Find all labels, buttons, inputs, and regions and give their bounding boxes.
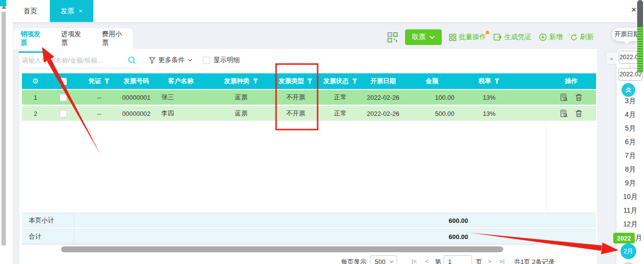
more-conditions-button[interactable]: 更多条件 — [149, 56, 193, 65]
col-header-tax[interactable]: 税率 — [459, 73, 519, 89]
search-icon[interactable] — [128, 56, 136, 65]
filter-icon[interactable] — [352, 78, 358, 84]
month-item-6月[interactable]: 6月 — [617, 138, 644, 147]
tab-close-icon[interactable]: × — [79, 7, 83, 15]
year-badge: 2022 — [613, 233, 635, 243]
cell-kind: 蓝票 — [210, 90, 272, 105]
per-page-value: 500 — [370, 258, 386, 264]
search-input[interactable] — [22, 54, 124, 66]
filter-icon[interactable] — [307, 78, 313, 84]
select-all-checkbox[interactable] — [60, 78, 67, 85]
gear-icon[interactable]: ⚙ — [32, 77, 39, 86]
col-header-ops: 操作 — [546, 73, 596, 89]
table-bottom-border — [22, 244, 596, 244]
month-item-9月[interactable]: 9月 — [617, 179, 644, 188]
page-number-input[interactable] — [444, 258, 464, 264]
col-header-date: 开票日期 — [362, 73, 405, 89]
col-header-status[interactable]: 发票状态 — [319, 73, 362, 89]
row-checkbox[interactable] — [60, 110, 67, 117]
month-item-8月[interactable]: 8月 — [617, 165, 644, 174]
show-detail-label: 显示明细 — [214, 56, 240, 65]
cell-check[interactable] — [49, 90, 77, 105]
qr-scan-icon[interactable] — [387, 32, 398, 43]
cell-kind: 蓝票 — [210, 106, 272, 121]
next-page-button[interactable]: > — [488, 258, 492, 264]
left-scrollbar[interactable] — [1, 12, 6, 245]
month-item-10月[interactable]: 10月 — [617, 193, 644, 201]
show-detail-toggle[interactable]: 显示明细 — [203, 56, 240, 65]
cell-ops[interactable] — [546, 90, 596, 105]
show-detail-checkbox[interactable] — [203, 57, 210, 64]
first-page-button[interactable]: |< — [411, 258, 417, 264]
tab-home[interactable]: 首页 — [13, 0, 48, 22]
refresh-button[interactable]: 刷新 — [570, 33, 594, 42]
prev-page-button[interactable]: < — [425, 258, 429, 264]
funnel-icon — [149, 57, 155, 64]
subtab-2[interactable]: 费用小票 — [100, 24, 128, 53]
subtab-0[interactable]: 销项发票 — [19, 24, 46, 53]
col-header-rownum[interactable]: ⚙ — [22, 73, 49, 89]
subtab-1[interactable]: 进项发票 — [59, 24, 87, 53]
total-records-label: 共1页 2条记录 — [514, 258, 555, 264]
cell-ops[interactable] — [546, 106, 596, 121]
grid-icon — [449, 34, 456, 41]
table-row[interactable]: 1--00000001张三蓝票不开票正常2022-02-26100.0013% — [22, 90, 596, 105]
tab-invoice[interactable]: 发票 × — [50, 0, 93, 22]
month-item-5月[interactable]: 5月 — [617, 124, 644, 133]
per-page-select[interactable]: 500 — [370, 255, 397, 264]
filter-icon[interactable] — [494, 78, 500, 84]
plus-circle-icon — [539, 33, 547, 41]
month-item-7月[interactable]: 7月 — [617, 152, 644, 160]
tab-home-label: 首页 — [23, 7, 37, 16]
col-header-label: 发票种类 — [224, 77, 250, 86]
chevron-down-icon — [429, 36, 435, 39]
batch-actions-button[interactable]: 批量操作 — [449, 33, 486, 42]
double-chevron-up-icon — [625, 87, 632, 93]
delete-icon[interactable] — [575, 110, 582, 117]
generate-voucher-button[interactable]: 生成凭证 — [494, 33, 532, 42]
collapse-panel-button[interactable]: » — [606, 52, 617, 65]
scroll-up-arrow-icon[interactable] — [1, 5, 6, 9]
month-item-12月[interactable]: 12月 — [617, 220, 644, 229]
cell-check[interactable] — [49, 106, 77, 121]
month-item-4月[interactable]: 4月 — [617, 110, 644, 119]
page-prefix-label: 第 — [435, 258, 441, 264]
filter-icon[interactable] — [253, 78, 258, 84]
month-item-11月[interactable]: 11月 — [617, 206, 644, 215]
vertical-scrollbar-progress[interactable] — [637, 26, 643, 72]
fetch-invoice-button[interactable]: 取票 — [405, 29, 442, 45]
table-row[interactable]: 2--00000002李四蓝票不开票正常2022-02-26500.0013% — [22, 106, 596, 121]
filter-icon[interactable] — [104, 78, 110, 84]
add-button[interactable]: 新增 — [539, 33, 563, 42]
delete-icon[interactable] — [575, 93, 582, 101]
month-item-3月[interactable]: 3月 — [617, 97, 644, 106]
col-header-type[interactable]: 发票类型 — [272, 73, 319, 89]
chevron-down-icon — [188, 59, 193, 62]
cell-spacer — [519, 106, 546, 121]
cell-status: 正常 — [319, 106, 362, 121]
view-detail-icon[interactable] — [560, 93, 568, 102]
row-checkbox[interactable] — [60, 94, 67, 101]
date-range-connector — [630, 64, 630, 68]
col-header-amount: 金额 — [405, 73, 459, 89]
cell-invoice_no: 00000001 — [121, 90, 151, 105]
view-detail-icon[interactable] — [560, 110, 568, 118]
tab-invoice-label: 发票 — [61, 7, 74, 16]
col-header-label: 客户名称 — [168, 77, 193, 86]
vertical-scrollbar-thumb[interactable] — [637, 0, 643, 26]
col-header-check[interactable] — [49, 73, 77, 89]
cell-customer: 张三 — [151, 90, 210, 105]
col-header-invoice_no: 发票号码 — [121, 73, 151, 89]
col-header-kind[interactable]: 发票种类 — [210, 73, 272, 89]
table-header: ⚙凭证发票号码客户名称发票种类发票类型发票状态开票日期金额税率操作 — [22, 73, 596, 89]
last-page-button[interactable]: >| — [499, 258, 505, 264]
invoice-subtabs: 销项发票进项发票费用小票 — [14, 28, 133, 49]
scroll-months-up-button[interactable] — [622, 83, 635, 97]
col-header-label: 发票状态 — [323, 77, 349, 86]
cell-rownum: 2 — [22, 106, 49, 121]
page-number-box[interactable] — [444, 255, 472, 264]
horizontal-scrollbar[interactable] — [61, 246, 503, 252]
generate-voucher-label: 生成凭证 — [504, 33, 532, 42]
col-header-voucher[interactable]: 凭证 — [77, 73, 121, 89]
month-item-selected[interactable]: 2月 — [621, 243, 636, 259]
